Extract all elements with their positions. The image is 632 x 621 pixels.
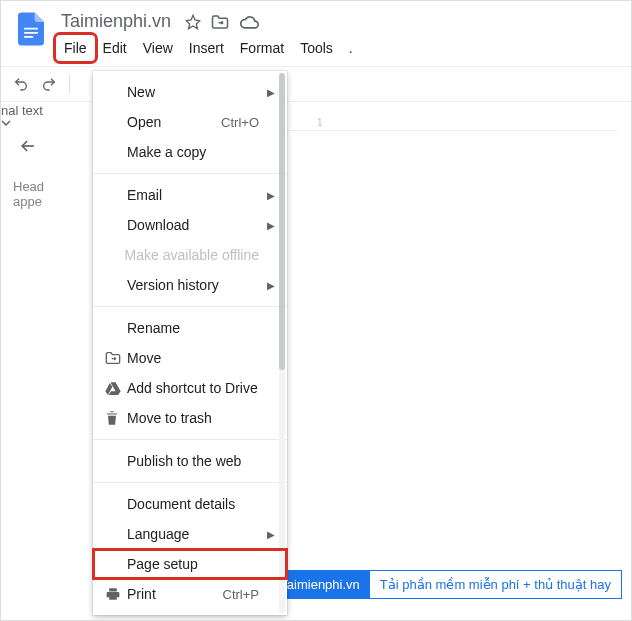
- menu-item-language[interactable]: Language ▶: [93, 519, 287, 549]
- menu-item-trash[interactable]: Move to trash: [93, 403, 287, 433]
- menu-item-page-setup[interactable]: Page setup: [93, 549, 287, 579]
- menu-insert[interactable]: Insert: [182, 36, 231, 60]
- menu-separator: [93, 173, 287, 174]
- toolbar-separator: [69, 74, 70, 94]
- document-title[interactable]: Taimienphi.vn: [57, 9, 175, 34]
- move-folder-icon[interactable]: [211, 14, 229, 30]
- menu-item-open[interactable]: Open Ctrl+O: [93, 107, 287, 137]
- menu-item-label: Version history: [127, 277, 259, 293]
- menu-item-label: New: [127, 84, 259, 100]
- redo-icon[interactable]: [41, 76, 57, 92]
- menu-item-doc-details[interactable]: Document details: [93, 489, 287, 519]
- menu-bar: File Edit View Insert Format Tools .: [57, 36, 621, 60]
- submenu-arrow-icon: ▶: [267, 529, 275, 540]
- svg-rect-0: [24, 28, 38, 30]
- menu-separator: [93, 482, 287, 483]
- move-icon: [105, 351, 127, 365]
- submenu-arrow-icon: ▶: [267, 220, 275, 231]
- chevron-down-icon: [1, 118, 11, 128]
- menu-view[interactable]: View: [136, 36, 180, 60]
- menu-item-move[interactable]: Move: [93, 343, 287, 373]
- svg-rect-1: [24, 32, 38, 34]
- menu-item-label: Open: [127, 114, 221, 130]
- docs-logo[interactable]: [11, 9, 51, 49]
- menu-item-label: Document details: [127, 496, 259, 512]
- menu-item-label: Language: [127, 526, 259, 542]
- menu-item-make-copy[interactable]: Make a copy: [93, 137, 287, 167]
- menu-item-label: Move to trash: [127, 410, 259, 426]
- menu-item-publish[interactable]: Publish to the web: [93, 446, 287, 476]
- menu-more[interactable]: .: [342, 36, 360, 60]
- menu-separator: [93, 306, 287, 307]
- undo-icon[interactable]: [13, 76, 29, 92]
- menu-item-email[interactable]: Email ▶: [93, 180, 287, 210]
- submenu-arrow-icon: ▶: [267, 280, 275, 291]
- menu-item-label: Email: [127, 187, 259, 203]
- trash-icon: [105, 410, 127, 426]
- print-icon: [105, 587, 127, 601]
- outline-placeholder-line1: Head: [13, 179, 93, 194]
- menu-item-label: Make available offline: [125, 247, 259, 263]
- menu-item-download[interactable]: Download ▶: [93, 210, 287, 240]
- watermark-tagline: Tải phần mềm miễn phí + thủ thuật hay: [370, 571, 621, 598]
- submenu-arrow-icon: ▶: [267, 87, 275, 98]
- document-canvas[interactable]: [291, 133, 619, 560]
- submenu-arrow-icon: ▶: [267, 190, 275, 201]
- file-menu-dropdown: New ▶ Open Ctrl+O Make a copy Email ▶ Do…: [93, 71, 287, 615]
- menu-format[interactable]: Format: [233, 36, 291, 60]
- menu-item-label: Publish to the web: [127, 453, 259, 469]
- menu-edit[interactable]: Edit: [96, 36, 134, 60]
- menu-item-rename[interactable]: Rename: [93, 313, 287, 343]
- menu-item-new[interactable]: New ▶: [93, 77, 287, 107]
- menu-item-version-history[interactable]: Version history ▶: [93, 270, 287, 300]
- menu-tools[interactable]: Tools: [293, 36, 340, 60]
- svg-rect-2: [24, 36, 33, 38]
- style-selector-label: nal text: [1, 103, 43, 118]
- menu-item-label: Print: [127, 586, 223, 602]
- ruler-tick: 1: [317, 117, 323, 128]
- menu-item-label: Download: [127, 217, 259, 233]
- menu-item-shortcut: Ctrl+P: [223, 587, 259, 602]
- menu-item-add-shortcut[interactable]: Add shortcut to Drive: [93, 373, 287, 403]
- outline-placeholder-line2: appe: [13, 194, 93, 209]
- drive-icon: [105, 381, 127, 395]
- menu-item-offline: Make available offline: [93, 240, 287, 270]
- star-icon[interactable]: [185, 14, 201, 30]
- menu-item-shortcut: Ctrl+O: [221, 115, 259, 130]
- outline-back-icon[interactable]: [13, 131, 43, 161]
- menu-item-label: Page setup: [127, 556, 259, 572]
- menu-separator: [93, 439, 287, 440]
- menu-file[interactable]: File: [57, 36, 94, 60]
- menu-item-label: Move: [127, 350, 259, 366]
- ruler[interactable]: 1: [287, 113, 617, 131]
- menu-item-print[interactable]: Print Ctrl+P: [93, 579, 287, 609]
- watermark-banner: Taimienphi.vn Tải phần mềm miễn phí + th…: [270, 571, 621, 598]
- cloud-status-icon[interactable]: [239, 14, 259, 30]
- menu-item-label: Make a copy: [127, 144, 259, 160]
- menu-item-label: Rename: [127, 320, 259, 336]
- menu-item-label: Add shortcut to Drive: [127, 380, 259, 396]
